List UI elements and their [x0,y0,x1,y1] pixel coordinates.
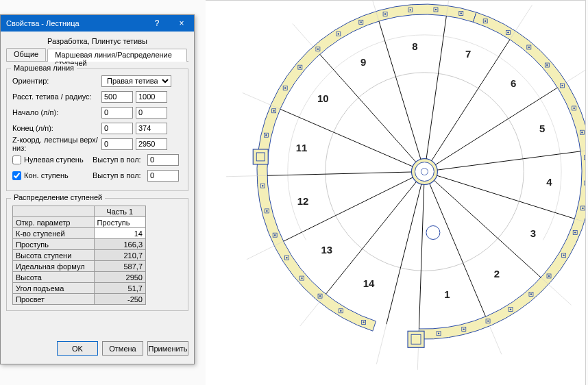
svg-line-109 [376,324,386,364]
svg-line-108 [387,184,421,324]
svg-point-47 [546,64,548,66]
end-step-checkbox[interactable] [12,171,21,180]
end-step-protrusion-input[interactable] [147,170,179,182]
r-height: Высота [13,272,95,283]
r-open-param: Откр. параметр [13,217,95,228]
z-top-input[interactable] [101,138,133,150]
z-bottom-input[interactable] [136,138,167,150]
svg-point-78 [415,162,434,182]
svg-point-59 [582,208,583,209]
plan-svg: 1234567891011121314 [206,1,585,385]
svg-point-13 [266,210,267,212]
properties-dialog: Свойства - Лестница ? × Разработка, Плин… [0,14,195,364]
titlebar[interactable]: Свойства - Лестница ? × [1,15,194,32]
group-march-line-title: Маршевая линия [11,64,77,72]
help-button[interactable]: ? [145,15,169,32]
svg-line-98 [320,54,416,162]
svg-text:8: 8 [412,40,417,52]
start-right-input[interactable] [136,107,167,119]
end-step-label: Кон. ступень [24,171,86,179]
v-riser: 210,7 [94,250,145,261]
svg-point-19 [265,134,267,136]
svg-text:6: 6 [511,77,516,89]
zero-step-checkbox[interactable] [12,156,21,164]
v-ideal: 587,7 [94,261,145,272]
svg-line-102 [267,172,412,175]
r-count: К-во ступеней [13,228,95,239]
svg-text:4: 4 [546,176,552,188]
svg-point-29 [338,33,339,34]
zero-step-protrusion-input[interactable] [147,154,179,166]
svg-line-84 [434,180,541,277]
tab-general[interactable]: Общие [6,48,46,61]
svg-point-43 [507,32,509,33]
col-part1: Часть 1 [94,206,145,217]
svg-line-100 [280,109,413,166]
svg-point-23 [284,87,286,88]
svg-line-107 [300,294,326,326]
svg-point-73 [463,328,465,330]
r-ideal: Идеальная формул [13,261,95,272]
svg-text:11: 11 [296,142,308,153]
svg-text:3: 3 [530,227,536,239]
stair-plan-canvas[interactable]: 1234567891011121314 [206,0,586,385]
svg-point-11 [274,234,275,236]
apply-button[interactable]: Применить [147,341,188,356]
svg-line-86 [437,175,575,219]
v-angle: 51,7 [94,283,145,294]
zcoord-label: Z-коорд. лестницы верх/низ: [12,136,101,152]
r-tread: Проступь [13,239,95,250]
group-march-line: Маршевая линия Ориентир: Правая тетива Р… [6,69,188,191]
v-height: 2950 [94,272,145,283]
vys-label-1: Выступ в пол: [93,156,147,164]
svg-point-15 [262,185,263,186]
svg-point-61 [574,232,576,233]
dist-string-input[interactable] [101,91,133,103]
orient-label: Ориентир: [12,77,101,85]
start-label: Начало (л/п): [12,108,101,116]
svg-text:1: 1 [444,288,450,300]
svg-point-25 [299,66,301,68]
end-label: Конец (л/п): [12,124,101,132]
ok-button[interactable]: OK [57,341,98,356]
svg-point-67 [530,293,532,295]
close-button[interactable]: × [169,15,194,32]
v-open-param[interactable]: Проступь [94,217,145,228]
start-left-input[interactable] [101,107,133,119]
group-step-distribution: Распределение ступеней Часть 1 Откр. пар… [6,198,188,311]
svg-line-88 [437,151,580,170]
distribution-table: Часть 1 Откр. параметрПроступь К-во ступ… [12,206,146,305]
svg-rect-127 [253,149,268,164]
v-clear: -250 [94,294,145,305]
svg-line-82 [430,184,486,316]
zero-step-label: Нулевая ступень [24,156,86,164]
tab-march-line[interactable]: Маршевая линия/Распределение ступеней [47,49,187,62]
dist-radius-input[interactable] [136,91,167,103]
svg-text:5: 5 [539,123,545,134]
button-row: OK Отмена Применить [6,338,188,358]
r-clear: Просвет [13,294,95,305]
svg-point-75 [438,333,439,334]
svg-point-27 [317,48,319,49]
svg-point-31 [360,21,362,23]
svg-point-65 [548,275,550,277]
svg-point-9 [286,257,287,258]
svg-point-41 [485,21,486,22]
svg-point-51 [573,108,574,109]
v-count[interactable]: 14 [94,228,145,239]
svg-line-85 [541,277,571,305]
svg-line-94 [426,16,446,159]
svg-point-7 [301,277,302,279]
end-right-input[interactable] [136,123,167,134]
end-left-input[interactable] [101,123,133,134]
svg-text:13: 13 [321,244,333,256]
orient-select[interactable]: Правая тетива [101,75,171,87]
svg-point-63 [563,254,564,256]
svg-line-80 [419,185,424,329]
cancel-button[interactable]: Отмена [102,341,143,356]
svg-rect-125 [408,331,424,347]
tab-strip: Общие Маршевая линия/Распределение ступе… [6,48,188,62]
svg-point-53 [581,132,583,133]
svg-point-39 [461,12,462,14]
top-tab-caption[interactable]: Разработка, Плинтус тетивы [6,36,188,47]
